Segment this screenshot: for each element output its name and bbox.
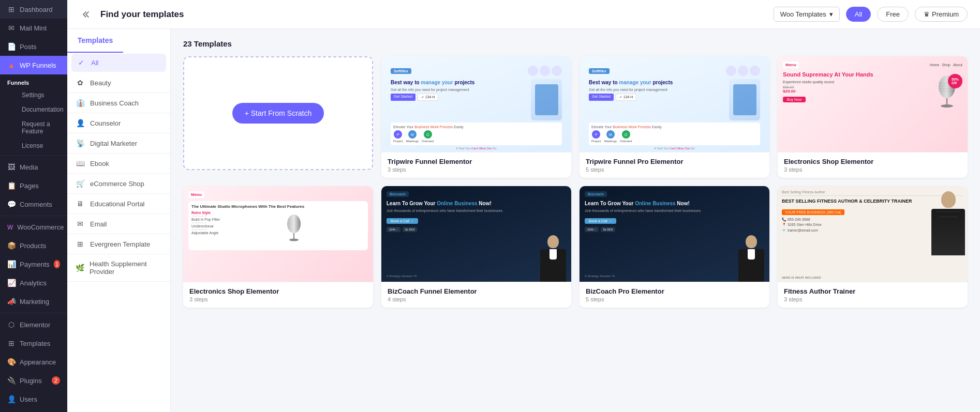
evergreen-icon: ⊞ xyxy=(76,240,85,248)
sidebar-item-label: Media xyxy=(20,163,38,171)
sidebar-item-label: Products xyxy=(20,242,46,250)
sidebar-item-posts[interactable]: 📄 Posts xyxy=(0,37,67,56)
sidebar-item-media[interactable]: 🖼 Media xyxy=(0,158,67,176)
beauty-icon: ✿ xyxy=(76,79,85,87)
sidebar-item-label: Mail Mint xyxy=(20,24,47,32)
products-icon: 📦 xyxy=(7,241,16,250)
marketing-icon: 📣 xyxy=(7,297,16,306)
users-icon: 👤 xyxy=(7,395,16,403)
sidebar-item-woocommerce[interactable]: W WooCommerce xyxy=(0,218,67,236)
category-label: All xyxy=(91,59,98,67)
sidebar-item-templates[interactable]: ⊞ Templates xyxy=(0,334,67,353)
sidebar-item-request-feature[interactable]: Request a Feature xyxy=(14,117,67,139)
divider xyxy=(0,155,67,156)
sidebar-item-dashboard[interactable]: ⊞ Dashboard xyxy=(0,0,67,19)
topbar: Find your templates Woo Templates ▾ All … xyxy=(67,0,980,29)
card-title: Fitness Author Trainer xyxy=(784,287,961,295)
card-image-bizcoach-2: Bizcoach Learn To Grow Your Online Busin… xyxy=(580,186,769,282)
category-label: Business Coach xyxy=(90,99,139,107)
tripwire-pro-preview: Softfilex Best way to mana xyxy=(580,56,769,152)
category-educational-portal[interactable]: 🖥 Educational Portal xyxy=(67,194,170,214)
chevron-down-icon: ▾ xyxy=(829,10,833,18)
sidebar-item-pages[interactable]: 📋 Pages xyxy=(0,176,67,195)
plugins-badge: 2 xyxy=(52,376,60,385)
premium-label: Premium xyxy=(932,10,959,18)
category-evergreen[interactable]: ⊞ Evergreen Template xyxy=(67,234,170,254)
funnels-section: Funnels xyxy=(0,74,67,88)
filter-free-button[interactable]: Free xyxy=(877,7,909,22)
template-grid-area: 23 Templates + Start From Scratch Softfi… xyxy=(171,29,980,412)
filter-premium-button[interactable]: ♛ Premium xyxy=(915,7,968,22)
sidebar-item-label: Users xyxy=(20,395,37,403)
sidebar-item-appearance[interactable]: 🎨 Appearance xyxy=(0,353,67,371)
category-label: Digital Marketer xyxy=(90,140,137,147)
template-card-bizcoach-1[interactable]: Bizcoach Learn To Grow Your Online Busin… xyxy=(381,186,571,308)
sidebar-item-license[interactable]: License xyxy=(14,139,67,153)
card-steps: 3 steps xyxy=(784,296,961,302)
sidebar-item-payments[interactable]: 📊 Payments 1 xyxy=(0,255,67,273)
category-ecommerce-shop[interactable]: 🛒 eCommerce Shop xyxy=(67,174,170,194)
scratch-card[interactable]: + Start From Scratch xyxy=(183,56,373,170)
sidebar-item-mail-mint[interactable]: ✉ Mail Mint xyxy=(0,19,67,37)
category-email[interactable]: ✉ Email xyxy=(67,214,170,234)
sidebar-item-users[interactable]: 👤 Users xyxy=(0,390,67,408)
start-from-scratch-button[interactable]: + Start From Scratch xyxy=(232,103,324,124)
sidebar-item-label: WP Funnels xyxy=(20,62,56,69)
card-info-bizcoach-2: BizCoach Pro Elementor 5 steps xyxy=(580,282,769,308)
template-card-electronics[interactable]: Menu Home Shop About Sound Supremacy At … xyxy=(778,56,968,178)
filter-all-button[interactable]: All xyxy=(846,7,871,22)
comments-icon: 💬 xyxy=(7,200,16,208)
category-beauty[interactable]: ✿ Beauty xyxy=(67,73,170,93)
template-card-tripwire[interactable]: Softfilex Best way to mana xyxy=(381,56,571,178)
ebook-icon: 📖 xyxy=(76,159,85,167)
sidebar-item-marketing[interactable]: 📣 Marketing xyxy=(0,292,67,311)
category-label: Educational Portal xyxy=(90,200,145,208)
sidebar-item-settings[interactable]: Settings xyxy=(14,88,67,102)
sidebar-item-label: WooCommerce xyxy=(17,223,64,231)
sidebar-item-label: Payments xyxy=(20,261,50,268)
sidebar-item-label: Comments xyxy=(20,201,52,208)
card-info-bizcoach-1: BizCoach Funnel Elementor 4 steps xyxy=(381,282,571,308)
educational-portal-icon: 🖥 xyxy=(76,200,85,208)
template-card-electronics-row2[interactable]: Menu The Ultimate Studio Microphones Wit… xyxy=(183,186,373,308)
body-area: Templates ✓ All ✿ Beauty 👔 Business Coac… xyxy=(67,29,980,412)
category-ebook[interactable]: 📖 Ebook xyxy=(67,154,170,174)
sidebar-item-plugins[interactable]: 🔌 Plugins 2 xyxy=(0,371,67,390)
payments-badge: 1 xyxy=(54,260,60,268)
card-image-bizcoach-1: Bizcoach Learn To Grow Your Online Busin… xyxy=(381,186,571,282)
analytics-icon: 📈 xyxy=(7,279,16,287)
sidebar-item-documentation[interactable]: Documentation xyxy=(14,102,67,117)
category-label: Ebook xyxy=(90,160,109,167)
tripwire-preview: Softfilex Best way to mana xyxy=(381,56,571,152)
templates-icon: ⊞ xyxy=(7,339,16,347)
category-counselor[interactable]: 👤 Counselor xyxy=(67,113,170,133)
category-health-supplement[interactable]: 🌿 Health Supplement Provider xyxy=(67,254,170,282)
plugins-icon: 🔌 xyxy=(7,376,16,385)
sidebar-item-wp-funnels[interactable]: ▲ WP Funnels xyxy=(0,56,67,74)
email-icon: ✉ xyxy=(76,220,85,228)
sidebar-item-analytics[interactable]: 📈 Analytics xyxy=(0,273,67,292)
card-title: Tripwire Funnel Elementor xyxy=(388,158,565,165)
sidebar-item-elementor[interactable]: ⬡ Elementor xyxy=(0,315,67,334)
template-grid: + Start From Scratch Softfilex xyxy=(183,56,968,308)
woocommerce-icon: W xyxy=(7,224,13,231)
sidebar-item-products[interactable]: 📦 Products xyxy=(0,236,67,255)
media-icon: 🖼 xyxy=(7,163,16,171)
sidebar-toggle-button[interactable] xyxy=(80,7,94,22)
template-card-fitness[interactable]: Best Selling Fitness Author BEST SELLING… xyxy=(778,186,968,308)
card-image-tripwire: Softfilex Best way to mana xyxy=(381,56,571,152)
sidebar-item-comments[interactable]: 💬 Comments xyxy=(0,195,67,213)
dropdown-label: Woo Templates xyxy=(780,10,826,18)
template-type-dropdown[interactable]: Woo Templates ▾ xyxy=(774,7,840,22)
category-business-coach[interactable]: 👔 Business Coach xyxy=(67,93,170,113)
category-label: Health Supplement Provider xyxy=(90,260,162,276)
template-card-tripwire-pro[interactable]: Softfilex Best way to mana xyxy=(580,56,769,178)
template-card-bizcoach-2[interactable]: Bizcoach Learn To Grow Your Online Busin… xyxy=(580,186,769,308)
category-digital-marketer[interactable]: 📡 Digital Marketer xyxy=(67,133,170,154)
templates-count: 23 Templates xyxy=(183,39,968,48)
templates-tab[interactable]: Templates xyxy=(67,29,123,53)
category-all[interactable]: ✓ All xyxy=(71,54,166,72)
digital-marketer-icon: 📡 xyxy=(76,139,85,147)
svg-point-9 xyxy=(289,239,299,241)
card-title: BizCoach Pro Elementor xyxy=(586,287,763,295)
